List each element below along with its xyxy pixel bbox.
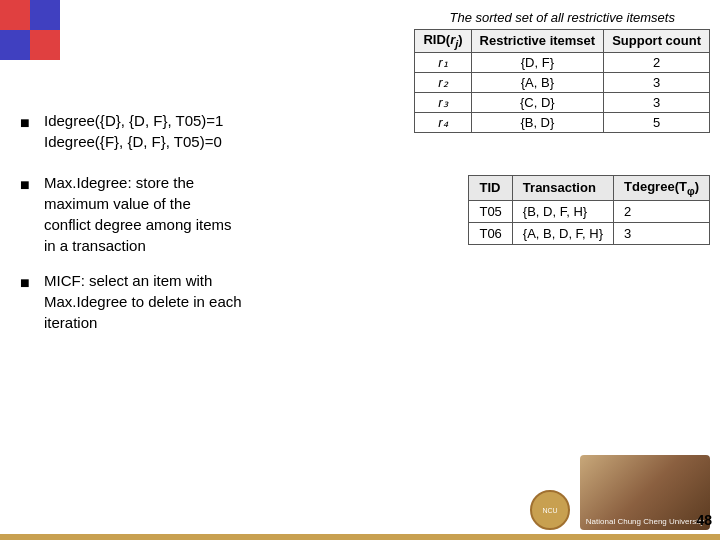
cell-itemset: {D, F} bbox=[471, 52, 604, 72]
university-image: National Chung Cheng University bbox=[580, 455, 710, 530]
inline-table-wrapper: TID Transaction Tdegree(Tφ) T05 {B, D, F… bbox=[468, 175, 710, 245]
cell-rid: r₄ bbox=[415, 112, 471, 132]
gold-bar bbox=[0, 534, 720, 540]
cell-tid: T05 bbox=[469, 200, 512, 222]
page-number: 48 bbox=[696, 512, 712, 528]
cell-support: 3 bbox=[604, 72, 710, 92]
cell-rid: r₃ bbox=[415, 92, 471, 112]
col-header-itemset: Restrictive itemset bbox=[471, 30, 604, 53]
top-table-row: r₂ {A, B} 3 bbox=[415, 72, 710, 92]
inline-table-row: T06 {A, B, D, F, H} 3 bbox=[469, 222, 710, 244]
cell-support: 2 bbox=[604, 52, 710, 72]
bullet-item-3: ■ MICF: select an item withMax.Idegree t… bbox=[20, 270, 360, 333]
cell-rid: r₁ bbox=[415, 52, 471, 72]
col-header-tdegree: Tdegree(Tφ) bbox=[614, 176, 710, 201]
top-table-wrapper: The sorted set of all restrictive itemse… bbox=[414, 10, 710, 133]
corner-sq1 bbox=[0, 0, 30, 30]
cell-itemset: {C, D} bbox=[471, 92, 604, 112]
corner-decoration bbox=[0, 0, 60, 60]
logo-circle: NCU bbox=[530, 490, 570, 530]
bullet-item-2: ■ Max.Idegree: store themaximum value of… bbox=[20, 172, 360, 256]
cell-transaction: {B, D, F, H} bbox=[512, 200, 613, 222]
col-header-tid: TID bbox=[469, 176, 512, 201]
tid-transaction-table: TID Transaction Tdegree(Tφ) T05 {B, D, F… bbox=[468, 175, 710, 245]
corner-sq2 bbox=[30, 0, 60, 30]
bullet-item-1: ■ Idegree({D}, {D, F}, T05)=1Idegree({F}… bbox=[20, 110, 360, 152]
inline-table-row: T05 {B, D, F, H} 2 bbox=[469, 200, 710, 222]
top-table-row: r₄ {B, D} 5 bbox=[415, 112, 710, 132]
bullet-list: ■ Idegree({D}, {D, F}, T05)=1Idegree({F}… bbox=[20, 110, 360, 347]
bullet-dot-3: ■ bbox=[20, 272, 38, 294]
cell-transaction: {A, B, D, F, H} bbox=[512, 222, 613, 244]
bullet-text-1: Idegree({D}, {D, F}, T05)=1Idegree({F}, … bbox=[44, 110, 223, 152]
cell-rid: r₂ bbox=[415, 72, 471, 92]
col-header-rid: RID(rj) bbox=[415, 30, 471, 53]
restrictive-itemsets-table: RID(rj) Restrictive itemset Support coun… bbox=[414, 29, 710, 133]
top-table-row: r₃ {C, D} 3 bbox=[415, 92, 710, 112]
cell-support: 5 bbox=[604, 112, 710, 132]
col-header-transaction: Transaction bbox=[512, 176, 613, 201]
cell-support: 3 bbox=[604, 92, 710, 112]
corner-sq3 bbox=[0, 30, 30, 60]
bullet-dot-2: ■ bbox=[20, 174, 38, 196]
cell-itemset: {A, B} bbox=[471, 72, 604, 92]
corner-sq4 bbox=[30, 30, 60, 60]
cell-tdegree: 2 bbox=[614, 200, 710, 222]
bullet-text-2: Max.Idegree: store themaximum value of t… bbox=[44, 172, 232, 256]
top-table-row: r₁ {D, F} 2 bbox=[415, 52, 710, 72]
cell-itemset: {B, D} bbox=[471, 112, 604, 132]
top-table-title: The sorted set of all restrictive itemse… bbox=[414, 10, 710, 25]
cell-tdegree: 3 bbox=[614, 222, 710, 244]
cell-tid: T06 bbox=[469, 222, 512, 244]
col-header-support: Support count bbox=[604, 30, 710, 53]
bullet-text-3: MICF: select an item withMax.Idegree to … bbox=[44, 270, 242, 333]
bullet-dot-1: ■ bbox=[20, 112, 38, 134]
